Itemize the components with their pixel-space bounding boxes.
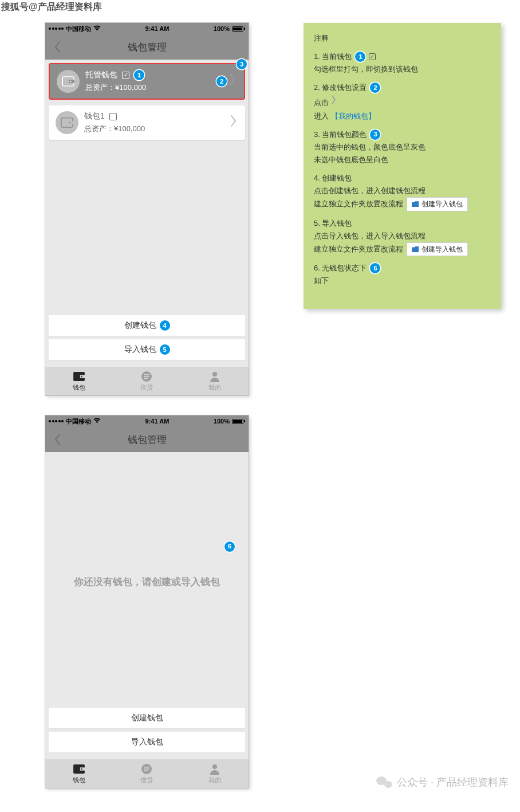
- folder-tag-label: 创建导入钱包: [421, 198, 463, 210]
- svg-rect-7: [80, 375, 85, 378]
- loan-icon: [140, 763, 153, 775]
- annotation-badge: 3: [237, 59, 247, 69]
- svg-point-21: [212, 764, 217, 769]
- wallet-icon: [57, 70, 80, 93]
- back-button[interactable]: [49, 427, 66, 452]
- tab-loan[interactable]: 借贷: [113, 367, 180, 395]
- assets-value: ¥100,000: [114, 124, 145, 133]
- navbar: 钱包管理: [45, 34, 249, 60]
- empty-state: 6 你还没有钱包，请创建或导入钱包: [49, 456, 245, 708]
- svg-point-16: [81, 768, 82, 769]
- annotation-badge: 4: [160, 320, 170, 331]
- svg-point-2: [70, 81, 71, 82]
- import-wallet-button[interactable]: 导入钱包: [49, 732, 245, 752]
- carrier-label: 中国移动: [66, 25, 91, 33]
- annotation-body: 点击导入钱包，进入导入钱包流程: [314, 230, 491, 242]
- annotation-badge: 2: [370, 83, 380, 93]
- page-title: 钱包管理: [128, 41, 167, 54]
- annotation-link[interactable]: 【我的钱包】: [331, 112, 376, 120]
- folder-tag-label: 创建导入钱包: [421, 244, 463, 255]
- annotation-title: 6. 无钱包状态下: [314, 262, 367, 274]
- svg-rect-12: [144, 378, 148, 379]
- annotation-body: 进入: [314, 112, 329, 120]
- signal-dots-icon: [49, 420, 64, 422]
- loan-icon: [140, 371, 153, 382]
- annotation-body: 如下: [314, 274, 491, 287]
- content-area: 3 托管钱包 1 总资产：¥100,000 2: [45, 60, 249, 367]
- annotation-body: 未选中钱包底色呈白色: [314, 154, 491, 166]
- annotation-badge: 1: [355, 52, 365, 62]
- svg-rect-20: [144, 770, 148, 771]
- navbar: 钱包管理: [45, 427, 249, 452]
- annotation-item-1: 1. 当前钱包 1 勾选框里打勾，即切换到该钱包: [314, 50, 491, 76]
- tab-wallet[interactable]: 钱包: [45, 759, 113, 788]
- button-label: 创建钱包: [131, 713, 163, 723]
- annotation-panel: 注释 1. 当前钱包 1 勾选框里打勾，即切换到该钱包 2. 修改钱包设置 2 …: [304, 23, 501, 309]
- wallet-card[interactable]: 钱包1 总资产：¥100,000: [49, 105, 245, 140]
- tab-profile[interactable]: 我的: [181, 759, 249, 788]
- signal-dots-icon: [49, 28, 64, 30]
- tab-label: 借贷: [140, 383, 153, 392]
- content-area: 6 你还没有钱包，请创建或导入钱包 创建钱包 导入钱包: [45, 452, 249, 759]
- annotation-item-4: 4. 创建钱包 点击创建钱包，进入创建钱包流程 建立独立文件夹放置改流程 创建导…: [314, 172, 491, 211]
- annotation-title: 2. 修改钱包设置: [314, 81, 367, 94]
- wallet-checkbox[interactable]: [122, 72, 129, 79]
- status-bar: 中国移动 9:41 AM 100%: [45, 23, 249, 34]
- button-label: 导入钱包: [131, 737, 163, 747]
- wallet-name: 钱包1: [84, 111, 105, 121]
- annotation-title: 4. 创建钱包: [314, 172, 491, 185]
- assets-label: 总资产：: [84, 124, 114, 133]
- tab-label: 钱包: [73, 776, 85, 784]
- tabbar: 钱包 借贷 我的: [45, 759, 249, 788]
- profile-icon: [208, 763, 221, 775]
- wallet-icon: [73, 371, 85, 382]
- back-button[interactable]: [49, 34, 66, 60]
- svg-point-8: [81, 375, 82, 376]
- tab-wallet[interactable]: 钱包: [45, 367, 113, 395]
- watermark-text: 公众号 · 产品经理资料库: [397, 775, 509, 789]
- folder-icon: [412, 246, 419, 252]
- tab-label: 借贷: [140, 776, 153, 784]
- empty-state-text: 你还没有钱包，请创建或导入钱包: [74, 575, 220, 589]
- folder-tag: 创建导入钱包: [407, 197, 468, 211]
- phone-mockup-wallet-list: 中国移动 9:41 AM 100% 钱包管理 3 托管钱包: [45, 23, 249, 395]
- create-wallet-button[interactable]: 创建钱包 4: [49, 315, 245, 336]
- annotation-title: 1. 当前钱包: [314, 50, 352, 63]
- annotation-badge: 1: [134, 70, 144, 80]
- svg-point-5: [69, 122, 70, 123]
- battery-icon: [232, 419, 245, 424]
- status-bar: 中国移动 9:41 AM 100%: [45, 415, 249, 427]
- annotation-item-3: 3. 当前钱包颜色 3 当前选中的钱包，颜色底色呈灰色 未选中钱包底色呈白色: [314, 128, 491, 166]
- annotation-body: 勾选框里打勾，即切换到该钱包: [314, 63, 491, 76]
- watermark-top-left: 搜狐号@产品经理资料库: [1, 1, 102, 13]
- profile-icon: [208, 371, 221, 382]
- create-wallet-button[interactable]: 创建钱包: [49, 708, 245, 728]
- chevron-right-icon[interactable]: [230, 115, 239, 131]
- tab-label: 我的: [208, 383, 221, 392]
- wallet-card-selected[interactable]: 3 托管钱包 1 总资产：¥100,000 2: [49, 63, 245, 100]
- wallet-name: 托管钱包: [85, 70, 117, 80]
- annotation-item-5: 5. 导入钱包 点击导入钱包，进入导入钱包流程 建立独立文件夹放置改流程 创建导…: [314, 217, 491, 257]
- svg-rect-15: [80, 767, 85, 770]
- folder-tag: 创建导入钱包: [407, 242, 468, 256]
- battery-label: 100%: [214, 418, 230, 425]
- tab-profile[interactable]: 我的: [181, 367, 249, 395]
- svg-rect-18: [144, 767, 149, 768]
- annotation-body: 当前选中的钱包，颜色底色呈灰色: [314, 141, 491, 154]
- tabbar: 钱包 借贷 我的: [45, 367, 249, 395]
- annotation-body: 建立独立文件夹放置改流程: [314, 198, 403, 210]
- wifi-icon: [93, 25, 101, 32]
- watermark-bottom-right: 公众号 · 产品经理资料库: [376, 775, 509, 789]
- wifi-icon: [93, 418, 101, 425]
- clock-label: 9:41 AM: [145, 25, 170, 32]
- wallet-checkbox[interactable]: [109, 113, 117, 120]
- annotation-title: 3. 当前钱包颜色: [314, 128, 367, 141]
- wechat-icon: [376, 775, 392, 789]
- chevron-right-icon[interactable]: [229, 73, 238, 89]
- import-wallet-button[interactable]: 导入钱包 5: [49, 339, 245, 360]
- button-label: 导入钱包: [124, 344, 156, 355]
- tab-label: 我的: [208, 776, 221, 784]
- tab-loan[interactable]: 借贷: [113, 759, 180, 788]
- assets-label: 总资产：: [85, 83, 115, 92]
- annotation-badge: 3: [370, 130, 380, 140]
